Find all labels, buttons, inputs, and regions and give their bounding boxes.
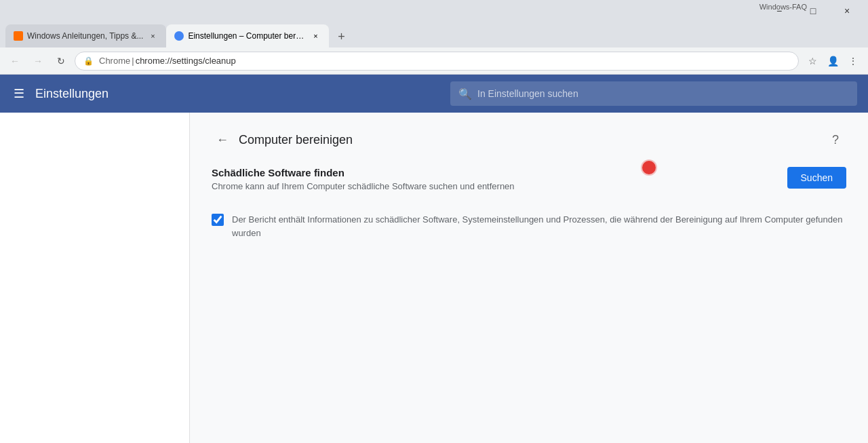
sidebar xyxy=(0,113,190,443)
tab-favicon-2 xyxy=(174,31,184,41)
tab-einstellungen[interactable]: Einstellungen – Computer berei... × xyxy=(166,24,329,47)
profile-button[interactable]: 👤 xyxy=(823,52,842,71)
settings-menu-icon[interactable]: ☰ xyxy=(11,83,27,104)
tab-windows-anleitungen[interactable]: Windows Anleitungen, Tipps &... × xyxy=(5,24,166,47)
tab-favicon-1 xyxy=(14,31,23,41)
url-display: Chrome | chrome://settings/cleanup xyxy=(99,56,236,66)
tab-close-1[interactable]: × xyxy=(147,31,158,41)
malware-section-title: Schädliche Software finden xyxy=(212,167,771,178)
address-bar: ← → ↻ 🔒 Chrome | chrome://settings/clean… xyxy=(0,47,868,75)
windows-faq-brand: Windows-FAQ xyxy=(760,3,807,11)
report-checkbox[interactable] xyxy=(212,214,224,226)
help-button[interactable]: ? xyxy=(825,129,846,151)
page-header: ← Computer bereinigen ? xyxy=(212,129,846,151)
chrome-menu-button[interactable]: ⋮ xyxy=(844,52,863,71)
close-button[interactable]: × xyxy=(831,0,863,22)
report-checkbox-row: Der Bericht enthält Informationen zu sch… xyxy=(212,213,846,239)
settings-search-icon: 🔍 xyxy=(458,88,472,100)
search-button[interactable]: Suchen xyxy=(787,167,846,189)
main-layout: ← Computer bereinigen ? Schädliche Softw… xyxy=(0,113,868,443)
new-tab-button[interactable]: + xyxy=(332,27,351,46)
tab-label-1: Windows Anleitungen, Tipps &... xyxy=(27,31,143,41)
title-bar: Windows-FAQ − □ × xyxy=(0,0,868,22)
malware-section: Schädliche Software finden Chrome kann a… xyxy=(212,167,846,202)
page-header-left: ← Computer bereinigen xyxy=(212,129,353,151)
settings-header: ☰ Einstellungen 🔍 In Einstellungen suche… xyxy=(0,75,868,113)
content-area: ← Computer bereinigen ? Schädliche Softw… xyxy=(190,113,868,443)
url-separator: | xyxy=(132,56,134,66)
omnibox[interactable]: 🔒 Chrome | chrome://settings/cleanup xyxy=(75,52,799,71)
malware-section-text: Schädliche Software finden Chrome kann a… xyxy=(212,167,771,202)
settings-header-title: Einstellungen xyxy=(35,87,442,101)
bookmark-button[interactable]: ☆ xyxy=(803,52,822,71)
settings-search-box[interactable]: 🔍 In Einstellungen suchen xyxy=(450,81,857,106)
forward-nav-button[interactable]: → xyxy=(28,52,47,71)
page-title: Computer bereinigen xyxy=(239,133,353,147)
malware-section-desc: Chrome kann auf Ihrem Computer schädlich… xyxy=(212,181,771,191)
page-back-button[interactable]: ← xyxy=(212,129,233,151)
lock-icon: 🔒 xyxy=(83,56,94,66)
address-bar-actions: ☆ 👤 ⋮ xyxy=(803,52,863,71)
tab-bar: Windows Anleitungen, Tipps &... × Einste… xyxy=(0,22,868,47)
tab-close-2[interactable]: × xyxy=(310,31,321,41)
back-nav-button[interactable]: ← xyxy=(5,52,24,71)
settings-search-placeholder: In Einstellungen suchen xyxy=(477,88,849,99)
refresh-nav-button[interactable]: ↻ xyxy=(52,52,71,71)
url-origin: Chrome xyxy=(99,56,130,66)
url-path: chrome://settings/cleanup xyxy=(136,56,236,66)
tab-label-2: Einstellungen – Computer berei... xyxy=(188,31,306,41)
report-checkbox-label: Der Bericht enthält Informationen zu sch… xyxy=(232,213,846,239)
